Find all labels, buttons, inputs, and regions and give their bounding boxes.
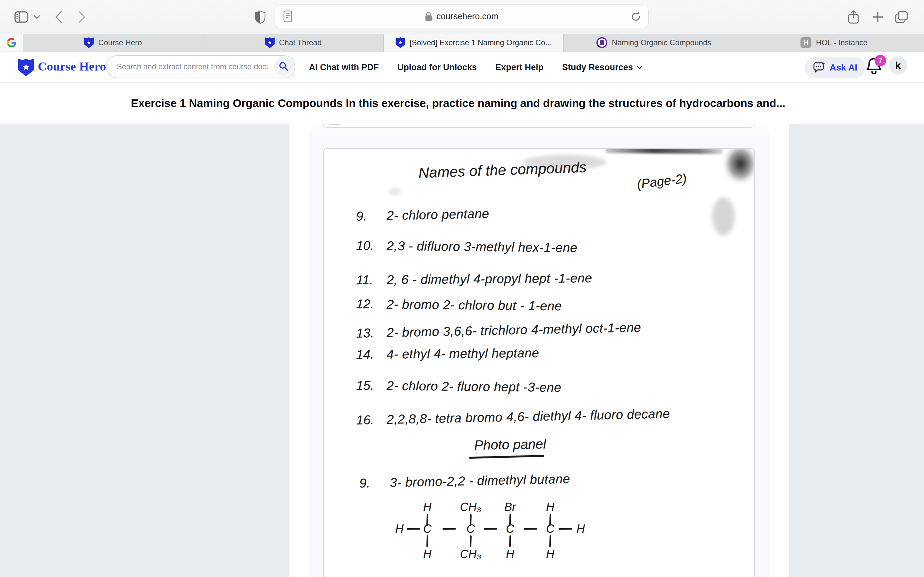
site-header: ★ Course Hero AI Chat with PDFUpload for… <box>0 52 924 83</box>
previous-page-edge <box>323 124 754 127</box>
nav-item-upload-for-unlocks[interactable]: Upload for Unlocks <box>397 63 477 73</box>
sidebar-toggle-button[interactable] <box>13 0 29 34</box>
browser-toolbar: coursehero.com <box>0 0 924 34</box>
avatar[interactable]: k <box>889 56 907 75</box>
lock-icon <box>425 11 433 21</box>
atom-substituent-top: Br <box>504 500 516 514</box>
scan-noise-blob <box>712 148 754 205</box>
back-button[interactable] <box>51 0 67 34</box>
nav-item-ai-chat-with-pdf[interactable]: AI Chat with PDF <box>309 63 379 73</box>
compound-name: 2- bromo 3,6,6- trichloro 4-methyl oct-1… <box>387 320 641 340</box>
search-bar[interactable] <box>106 55 295 78</box>
coursehero-wordmark[interactable]: Course Hero <box>38 59 106 73</box>
tab-overview-icon <box>895 11 908 23</box>
sidebar-menu-button[interactable] <box>32 0 42 34</box>
ask-ai-label: Ask AI <box>830 63 857 73</box>
compound-item: 11.2, 6 - dimethyl 4-propyl hept -1-ene <box>356 271 592 287</box>
tab-label: Course Hero <box>98 38 142 47</box>
title-bar: Exercise 1 Naming Organic Compounds In t… <box>0 83 924 124</box>
photo-panel-label: Photo panel <box>470 436 551 453</box>
compound-number: 9. <box>359 475 390 490</box>
compound-item: 16.2,2,8,8- tetra bromo 4,6- diethyl 4- … <box>356 406 670 427</box>
bond <box>470 535 472 547</box>
compound-name: 2- chloro 2- fluoro hept -3-ene <box>387 379 561 395</box>
chevron-down-icon <box>637 66 643 69</box>
compound-item: 9.2- chloro pentane <box>356 206 489 224</box>
browser-tab-3[interactable]: ★[Solved] Exercise 1 Naming Organic Co..… <box>384 34 564 52</box>
coursehero-favicon: ★ <box>265 37 275 48</box>
svg-text:★: ★ <box>398 40 402 45</box>
compound-item: 13.2- bromo 3,6,6- trichloro 4-methyl oc… <box>356 320 641 341</box>
nav-item-label: AI Chat with PDF <box>309 63 379 73</box>
share-button[interactable] <box>844 0 863 34</box>
nav-item-label: Upload for Unlocks <box>397 63 477 73</box>
photo-compound-item: 9.3- bromo-2,2 - dimethyl butane <box>359 472 570 490</box>
photo-panel-underline <box>469 455 544 459</box>
tab-label: Chat Thread <box>279 38 322 47</box>
bond <box>426 514 428 526</box>
compound-name: 4- ethyl 4- methyl heptane <box>387 346 540 362</box>
tab-overview-button[interactable] <box>892 0 911 34</box>
notification-badge: 7 <box>875 55 886 66</box>
browser-tab-2[interactable]: ★Chat Thread <box>204 34 384 52</box>
tab-bar: ★Course Hero★Chat Thread★[Solved] Exerci… <box>0 34 924 52</box>
document-page-label: (Page-2) <box>636 171 688 192</box>
browser-tab-4[interactable]: Naming Organic Compounds <box>564 34 744 52</box>
new-tab-button[interactable] <box>868 0 887 34</box>
back-icon <box>55 11 63 23</box>
page-title: Exercise 1 Naming Organic Compounds In t… <box>131 83 785 124</box>
atom-substituent-bottom: H <box>423 548 431 561</box>
compound-item: 12.2- bromo 2- chloro but - 1-ene <box>356 297 562 314</box>
share-icon <box>848 10 859 24</box>
compound-item: 14.4- ethyl 4- methyl heptane <box>356 346 540 362</box>
bond <box>523 528 537 530</box>
nav-item-expert-help[interactable]: Expert Help <box>495 63 543 73</box>
new-tab-icon <box>872 11 883 23</box>
bond <box>407 528 420 530</box>
search-input[interactable] <box>116 62 268 71</box>
forward-icon <box>78 11 86 23</box>
compound-number: 11. <box>356 272 387 287</box>
sidebar-icon <box>15 11 28 23</box>
bond <box>509 514 511 526</box>
address-bar[interactable]: coursehero.com <box>275 5 649 28</box>
refresh-button[interactable] <box>630 11 641 24</box>
hol-favicon: H <box>800 37 811 48</box>
compound-number: 12. <box>356 297 387 311</box>
atom-substituent-top: CH₃ <box>460 500 481 514</box>
scanned-document-page: Names of the compounds (Page-2) 9.2- chl… <box>323 148 754 577</box>
search-icon <box>279 61 288 71</box>
coursehero-favicon: ★ <box>396 37 405 48</box>
chevron-down-icon <box>34 15 40 19</box>
bond <box>559 528 572 530</box>
svg-text:★: ★ <box>22 62 30 72</box>
content-blocker-button[interactable] <box>252 0 268 34</box>
document-viewer[interactable]: Names of the compounds (Page-2) 9.2- chl… <box>0 124 924 577</box>
tab-label: Naming Organic Compounds <box>612 38 711 47</box>
notifications-button[interactable]: 7 <box>866 57 888 79</box>
nav-item-study-resources[interactable]: Study Resources <box>562 63 643 73</box>
atom-h: H <box>577 522 585 536</box>
coursehero-logo-icon: ★ <box>18 58 34 76</box>
compound-number: 10. <box>356 238 387 253</box>
url-text: coursehero.com <box>436 11 499 21</box>
compound-name: 2- chloro pentane <box>387 206 489 223</box>
shield-icon <box>255 10 266 24</box>
scan-noise-speckle <box>388 187 401 196</box>
nav-item-label: Expert Help <box>495 63 543 73</box>
browser-tab-5[interactable]: HHOL - Instance <box>744 34 924 52</box>
compound-name: 2, 6 - dimethyl 4-propyl hept -1-ene <box>387 271 592 287</box>
compound-item: 10.2,3 - difluoro 3-methyl hex-1-ene <box>356 238 577 255</box>
reader-icon[interactable] <box>283 10 292 24</box>
coursehero-favicon: ★ <box>84 37 94 48</box>
forward-button[interactable] <box>74 0 90 34</box>
browser-tab-1[interactable]: ★Course Hero <box>23 34 204 52</box>
svg-text:★: ★ <box>87 40 91 45</box>
pinned-tab-google[interactable] <box>0 34 23 52</box>
atom-substituent-bottom: H <box>506 548 514 561</box>
tab-label: [Solved] Exercise 1 Naming Organic Co... <box>410 38 552 47</box>
ask-ai-button[interactable]: Ask AI <box>804 57 866 78</box>
search-button[interactable] <box>274 57 293 76</box>
bond <box>549 535 551 547</box>
compound-number: 9. <box>356 208 387 223</box>
